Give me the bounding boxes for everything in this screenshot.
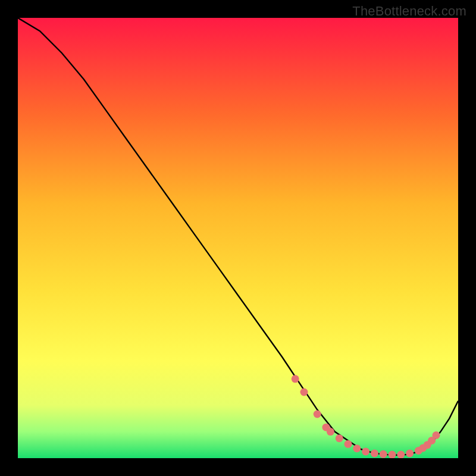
plot-svg bbox=[18, 18, 458, 458]
chart-marker bbox=[380, 450, 387, 458]
chart-marker bbox=[314, 411, 321, 418]
chart-marker bbox=[397, 451, 405, 458]
chart-marker bbox=[406, 449, 414, 457]
chart-stage: TheBottleneck.com bbox=[0, 0, 476, 476]
chart-marker bbox=[362, 447, 369, 455]
chart-marker bbox=[292, 375, 299, 383]
chart-marker bbox=[353, 444, 361, 452]
gradient-background bbox=[18, 18, 458, 458]
chart-marker bbox=[371, 449, 378, 457]
chart-marker bbox=[433, 431, 440, 439]
chart-marker bbox=[300, 389, 308, 396]
plot-area bbox=[18, 18, 458, 458]
chart-marker bbox=[327, 428, 334, 436]
watermark-text: TheBottleneck.com bbox=[352, 4, 466, 19]
chart-marker bbox=[389, 451, 396, 458]
chart-marker bbox=[345, 440, 352, 448]
chart-marker bbox=[336, 434, 343, 442]
